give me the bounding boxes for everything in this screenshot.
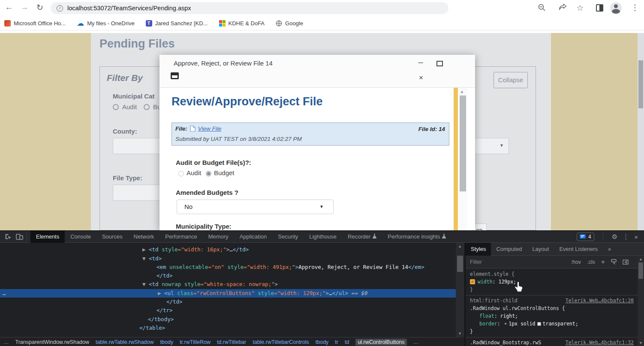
devtools-tab-elements[interactable]: Elements [30, 231, 65, 243]
bookmark-kdhe[interactable]: KDHE & DoFA [219, 20, 265, 27]
bookmark-star-icon[interactable]: ☆ [575, 3, 586, 13]
scroll-up-icon[interactable]: ▲ [458, 244, 462, 248]
share-icon[interactable] [559, 3, 567, 12]
styles-tab-computed[interactable]: Computed [491, 243, 527, 256]
elements-tree-node[interactable]: ▼ <td> [0, 254, 456, 263]
page-budget-radio[interactable] [144, 104, 150, 110]
styles-scrollbar[interactable]: ▲ ▼ [638, 256, 644, 346]
side-panel-icon[interactable] [596, 4, 603, 12]
url-bar[interactable]: i localhost:53072/TeamServices/Pending.a… [51, 2, 448, 14]
stylesheet-source-link[interactable]: Telerik.Web…4bcbafc1:20 [566, 297, 634, 304]
modal-scrollbar-thumb[interactable] [460, 95, 466, 191]
breadcrumb-item[interactable]: td.rwTitlebar [217, 339, 246, 345]
devtools-menu-icon[interactable]: ⋮ [623, 233, 629, 241]
page-audit-radio[interactable] [113, 104, 119, 110]
view-file-link[interactable]: View File [198, 125, 222, 132]
maximize-icon[interactable] [436, 61, 443, 66]
breadcrumb-item[interactable]: table.rwTitlebarControls [253, 339, 309, 345]
page-scrollbar[interactable] [638, 33, 644, 230]
close-icon[interactable]: × [417, 74, 425, 82]
style-rule-line[interactable]: ✓width: 129px; [466, 278, 644, 286]
devtools-tab-application[interactable]: Application [234, 231, 273, 243]
device-toolbar-icon[interactable] [16, 233, 23, 240]
devtools-tab-lighthouse[interactable]: Lighthouse [304, 231, 342, 243]
styles-tab-event-listeners[interactable]: Event Listeners [554, 243, 603, 256]
amended-budgets-select[interactable]: No ▼ [177, 200, 334, 214]
devtools-tab-security[interactable]: Security [272, 231, 304, 243]
devtools-tab-network[interactable]: Network [128, 231, 160, 243]
scroll-up-icon[interactable]: ▲ [639, 257, 643, 261]
styles-tab-styles[interactable]: Styles [466, 243, 491, 256]
issues-counter[interactable]: 4 [577, 233, 594, 241]
elements-tree-node[interactable]: </table> [0, 324, 456, 332]
elements-tree-node[interactable]: <em unselectable="on" style="width: 491p… [0, 263, 456, 271]
toggle-pseudo-classes[interactable]: :hov [571, 259, 581, 265]
url-text[interactable]: localhost:53072/TeamServices/Pending.asp… [67, 5, 191, 12]
browser-menu-icon[interactable]: ⋮ [629, 3, 641, 12]
format-icon[interactable] [611, 259, 617, 265]
elements-tree-node[interactable]: </td> [0, 298, 456, 306]
bookmark-teams[interactable]: T Jared Sanchez [KD... [146, 20, 208, 27]
breadcrumb-item[interactable]: … [413, 339, 419, 345]
stylesheet-source-link[interactable]: Telerik.Web…4bcbafc1:32 [566, 339, 634, 346]
inspect-element-icon[interactable] [4, 233, 12, 240]
elements-scrollbar-thumb[interactable] [457, 256, 463, 272]
modal-scrollbar[interactable]: ▲ [459, 88, 467, 230]
elements-tree-node[interactable]: ▶ <td style="width: 16px;">…</td> [0, 245, 456, 254]
site-info-icon[interactable]: i [57, 5, 63, 12]
devtools-tab-performance[interactable]: Performance [159, 231, 202, 243]
devtools-tab-performance-insights[interactable]: Performance insights [382, 231, 451, 243]
avatar[interactable] [610, 2, 622, 14]
scroll-up-icon[interactable]: ▲ [460, 89, 464, 94]
style-rule-line[interactable]: } [466, 328, 644, 335]
collapse-button[interactable]: Collapse [494, 72, 528, 88]
elements-tree-node[interactable]: </tbody> [0, 315, 456, 324]
modal-budget-radio[interactable] [206, 171, 211, 176]
breadcrumb-item[interactable]: … [3, 339, 9, 345]
styles-filter-input[interactable]: Filter [470, 259, 482, 265]
breadcrumb-item[interactable]: table.rwTable.rwShadow [96, 339, 154, 345]
toggle-element-classes[interactable]: .cls [587, 259, 595, 265]
devtools-tab-recorder[interactable]: Recorder [342, 231, 382, 243]
back-icon[interactable]: ← [3, 3, 15, 12]
styles-tab-»[interactable]: » [603, 243, 616, 256]
style-rule-line[interactable]: .RadWindow_Bootstrap.rwSTelerik.Web…4bcb… [466, 339, 644, 346]
devtools-tab-console[interactable]: Console [65, 231, 96, 243]
reload-icon[interactable]: ↻ [34, 3, 45, 12]
devtools-settings-icon[interactable]: ⚙ [612, 233, 617, 241]
breadcrumb-item[interactable]: tr.rwTitleRow [180, 339, 211, 345]
elements-tree-selected-node[interactable]: …▶ <ul class="rwControlButtons" style="w… [0, 289, 456, 298]
color-swatch[interactable] [537, 322, 541, 326]
styles-scrollbar-thumb[interactable] [638, 262, 643, 279]
breadcrumb-item[interactable]: ul.rwControlButtons [355, 339, 406, 346]
breadcrumb-item[interactable]: tbody [160, 339, 174, 345]
devtools-close-icon[interactable]: × [634, 233, 638, 241]
new-style-rule-button[interactable]: + [601, 258, 605, 266]
style-rule-line[interactable]: .RadWindow ul.rwControlButtons { [466, 304, 644, 312]
expand-arrow-icon[interactable]: ▶ [505, 320, 507, 328]
style-rule-line[interactable]: } [466, 286, 644, 293]
node-options-icon[interactable]: … [3, 289, 6, 298]
breadcrumb-item[interactable]: tr [335, 339, 338, 345]
window-restore-icon[interactable] [171, 72, 179, 79]
modal-audit-radio[interactable] [178, 171, 184, 176]
breadcrumb-item[interactable]: td [345, 339, 349, 345]
elements-tree-node[interactable]: ▼ <td nowrap style="white-space: nowrap;… [0, 280, 456, 289]
breadcrumb-item[interactable]: TransparentWindow.rwShadow [15, 339, 90, 345]
breadcrumb-item[interactable]: tbody [316, 339, 329, 345]
devtools-tab-sources[interactable]: Sources [96, 231, 128, 243]
scroll-down-icon[interactable]: ▼ [639, 341, 643, 345]
styles-tab-layout[interactable]: Layout [527, 243, 554, 256]
bookmark-google[interactable]: Google [276, 20, 303, 27]
bookmark-onedrive[interactable]: ☁ My files - OneDrive [77, 20, 135, 27]
elements-scrollbar[interactable]: ▲ ▼ [456, 243, 464, 337]
elements-tree-node[interactable]: </td> [0, 271, 456, 280]
property-checkbox[interactable]: ✓ [470, 279, 475, 284]
zoom-out-icon[interactable] [538, 3, 546, 13]
forward-icon[interactable]: → [19, 3, 30, 12]
scroll-down-icon[interactable]: ▼ [458, 331, 462, 336]
style-rule-line[interactable]: border: ▶1px solidtransparent; [466, 320, 644, 328]
page-scrollbar-thumb[interactable] [638, 60, 643, 108]
elements-tree-node[interactable]: </tr> [0, 306, 456, 315]
style-rule-line[interactable]: html:first-childTelerik.Web…4bcbafc1:20 [466, 297, 644, 304]
